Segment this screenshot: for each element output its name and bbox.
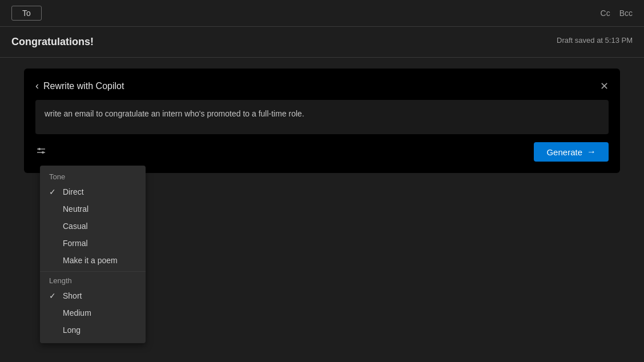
length-short-item[interactable]: ✓ Short	[40, 287, 146, 304]
tone-length-dropdown: Tone ✓ Direct Neutral Casual Formal Make…	[40, 166, 146, 343]
cc-button[interactable]: Cc	[601, 9, 610, 18]
settings-icon[interactable]	[35, 145, 47, 159]
copilot-title: Rewrite with Copilot	[43, 81, 124, 91]
back-icon: ‹	[35, 80, 39, 92]
length-long-item[interactable]: Long	[40, 321, 146, 339]
copilot-header: ‹ Rewrite with Copilot ✕	[35, 80, 609, 92]
tone-neutral-label: Neutral	[63, 204, 136, 214]
copilot-panel: ‹ Rewrite with Copilot ✕ write an email …	[24, 69, 620, 173]
length-short-check: ✓	[49, 291, 58, 300]
cc-bcc-area: Cc Bcc	[601, 9, 633, 18]
tone-formal-label: Formal	[63, 239, 136, 248]
compose-area: To Cc Bcc Congratulations! Draft saved a…	[0, 0, 644, 362]
prompt-box[interactable]: write an email to congratulate an intern…	[35, 100, 609, 134]
tone-direct-check: ✓	[49, 187, 58, 196]
length-medium-label: Medium	[63, 308, 136, 317]
copilot-footer: Generate →	[35, 142, 609, 162]
tone-casual-item[interactable]: Casual	[40, 218, 146, 235]
draft-saved-status: Draft saved at 5:13 PM	[557, 36, 633, 45]
divider	[40, 271, 146, 272]
generate-button[interactable]: Generate →	[534, 142, 609, 162]
length-short-label: Short	[63, 291, 136, 300]
compose-header: To Cc Bcc	[0, 0, 644, 27]
svg-point-1	[38, 148, 41, 150]
tone-casual-label: Casual	[63, 222, 136, 231]
generate-arrow-icon: →	[587, 147, 596, 157]
bcc-button[interactable]: Bcc	[619, 9, 633, 18]
length-section-label: Length	[40, 274, 146, 287]
svg-point-3	[42, 151, 44, 154]
subject-text: Congratulations!	[11, 36, 94, 47]
to-button[interactable]: To	[11, 6, 42, 21]
tone-direct-label: Direct	[63, 187, 136, 196]
tone-direct-item[interactable]: ✓ Direct	[40, 183, 146, 200]
tone-section-label: Tone	[40, 170, 146, 183]
tone-poem-label: Make it a poem	[63, 256, 136, 265]
tone-poem-item[interactable]: Make it a poem	[40, 252, 146, 269]
generate-label: Generate	[546, 147, 582, 157]
length-long-label: Long	[63, 325, 136, 335]
tone-formal-item[interactable]: Formal	[40, 235, 146, 252]
back-button[interactable]: ‹	[35, 80, 39, 92]
prompt-text: write an email to congratulate an intern…	[45, 109, 304, 118]
tone-neutral-item[interactable]: Neutral	[40, 200, 146, 218]
length-medium-item[interactable]: Medium	[40, 304, 146, 321]
subject-area: Congratulations! Draft saved at 5:13 PM	[0, 27, 644, 58]
close-button[interactable]: ✕	[600, 81, 609, 91]
copilot-title-area: ‹ Rewrite with Copilot	[35, 80, 124, 92]
